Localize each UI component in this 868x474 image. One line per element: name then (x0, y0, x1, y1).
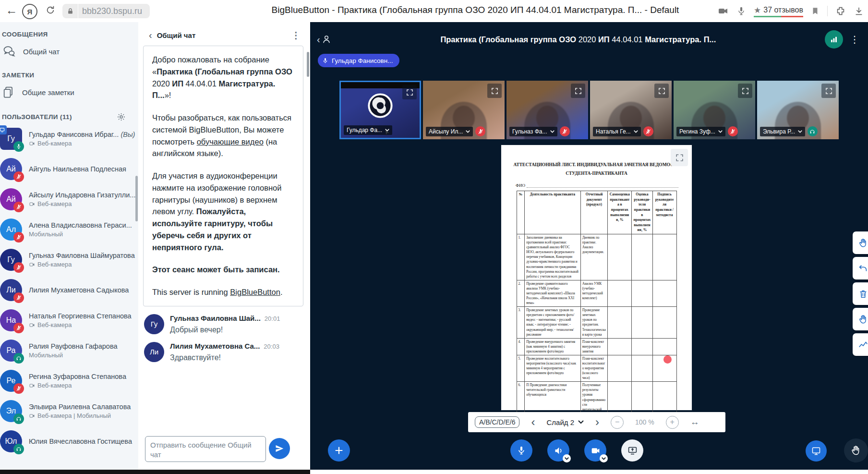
user-list-item[interactable]: Юл Юлия Вячеславовна Гостищева (0, 426, 138, 456)
avatar: Ре (0, 370, 22, 392)
user-list-item[interactable]: Ра Ралия Рауфовна Гафарова Мобильный (0, 335, 138, 365)
listen-only-badge-icon (13, 353, 24, 364)
user-list-item[interactable]: Гу Гульназ Фаиловна Шаймуратова Веб-каме… (0, 244, 138, 275)
raise-hand-button[interactable] (844, 438, 868, 462)
wb-undo-tool-button[interactable] (853, 257, 868, 280)
previous-slide-button[interactable]: ‹ (531, 416, 535, 428)
chat-scrollbar[interactable] (307, 52, 309, 77)
fullscreen-tile-icon[interactable] (738, 84, 752, 98)
mic-permission-icon[interactable] (736, 6, 746, 16)
site-reviews[interactable]: ★ 37 отзывов (754, 5, 803, 17)
audio-options-chevron[interactable] (563, 454, 571, 462)
zoom-in-button[interactable]: + (666, 416, 679, 429)
screenshare-button[interactable] (621, 439, 643, 462)
fullscreen-tile-icon[interactable] (571, 84, 585, 98)
cell-head (632, 280, 652, 306)
webcam-options-chevron[interactable] (600, 454, 608, 462)
wb-palm-tool-button[interactable] (853, 231, 868, 254)
chat-message: Гу Гульназ Фаиловна Шай...20:01 Добрый в… (144, 314, 303, 334)
user-list-item[interactable]: Ал Алена Владиславовна Гераси... Мобильн… (0, 214, 138, 244)
tile-user-name[interactable]: Айсылу Ил... (426, 127, 473, 136)
notes-section-header: ЗАМЕТКИ (2, 72, 126, 79)
chat-input[interactable]: Отправить сообщение Общий чат (145, 436, 266, 462)
meeting-options-icon[interactable]: ⋮ (848, 34, 861, 45)
video-tile[interactable]: Эльвира Р... (757, 81, 839, 139)
audio-button[interactable] (547, 439, 569, 462)
restore-presentation-button[interactable] (806, 440, 827, 462)
fullscreen-presentation-button[interactable] (671, 149, 688, 166)
fullscreen-tile-icon[interactable] (487, 84, 502, 98)
slide-select[interactable]: Слайд 2 (546, 418, 584, 426)
webcam-button[interactable] (584, 439, 606, 462)
refresh-icon[interactable] (45, 5, 56, 15)
next-slide-button[interactable]: › (595, 416, 599, 428)
user-list-item[interactable]: Ре Регина Зуфаровна Степанова Веб-камера (0, 365, 138, 396)
wb-pan-tool-button[interactable] (853, 308, 868, 330)
screenshare-icon (627, 446, 638, 456)
wb-trash-tool-button[interactable] (853, 282, 868, 305)
chevron-down-icon (550, 130, 555, 133)
zoom-out-button[interactable]: − (611, 416, 624, 429)
user-list-item[interactable]: На Наталья Георгиевна Степанова Веб-каме… (0, 305, 138, 335)
lock-icon[interactable] (62, 4, 78, 18)
camera-permission-icon[interactable] (717, 5, 729, 17)
bookmark-icon[interactable] (811, 6, 820, 16)
user-list-item[interactable]: Ли Лилия Мухаметовна Садыкова (0, 275, 138, 305)
cell-doc: Анализ УМК (учебно-методический комплект… (580, 280, 608, 306)
yandex-browser-icon[interactable]: Я (22, 4, 37, 19)
presentation-slide[interactable]: АТТЕСТАЦИОННЫЙ ЛИСТ. ИНДИВИДУАЛЬНАЯ ЗАЧЕ… (501, 145, 692, 410)
mute-button[interactable] (510, 439, 532, 462)
fullscreen-tile-icon[interactable] (654, 84, 669, 98)
manage-users-gear-icon[interactable] (117, 112, 126, 122)
user-device-label: Веб-камера (37, 321, 72, 328)
user-name: Ралия Рауфовна Гафарова (29, 342, 118, 350)
connection-status-button[interactable] (825, 30, 843, 49)
public-chat-panel: ‹ Общий чат ⋮ Добро пожаловать на собран… (138, 22, 310, 470)
fullscreen-tile-icon[interactable] (821, 84, 836, 98)
tile-user-name[interactable]: Гульназ Фа... (509, 127, 557, 136)
actions-plus-button[interactable] (328, 439, 350, 462)
cell-head (632, 338, 652, 355)
webcam-small-icon (29, 201, 36, 207)
downloads-icon[interactable] (854, 6, 864, 16)
fullscreen-tile-icon[interactable] (402, 85, 417, 99)
skip-slide-button[interactable]: A/B/C/D/E/6 (475, 416, 519, 428)
tile-user-name[interactable]: Гульдар Фа... (344, 125, 392, 135)
video-tile[interactable]: Гульназ Фа... (506, 81, 588, 139)
users-scrollbar[interactable] (135, 176, 138, 221)
tile-user-name[interactable]: Эльвира Р... (760, 127, 805, 136)
user-list-item[interactable]: Гу Гульдар Фанисовна Ибраг... (Вы) Веб-к… (0, 123, 138, 154)
browser-back-icon[interactable]: ← (4, 3, 19, 17)
fit-width-button[interactable]: ↔ (690, 417, 699, 427)
message-text: Добрый вечер! (170, 326, 280, 334)
avatar: Эл (0, 400, 22, 422)
chat-collapse-icon[interactable]: ‹ (149, 30, 152, 41)
video-tile[interactable]: Наталья Ге... (590, 81, 672, 139)
sidebar-item-public-chat[interactable]: Общий чат (0, 40, 138, 63)
user-name: Лилия Мухаметовна Садыкова (29, 286, 129, 294)
cell-head (632, 307, 652, 338)
webcam-small-icon (29, 383, 36, 389)
cell-doc: План-конспект внеурочного занятия (580, 338, 608, 355)
address-bar[interactable]: bbb230.bspu.ru (78, 4, 150, 18)
user-list-item[interactable]: Ай Айгуль Наильевна Подлесная (0, 154, 138, 184)
listen-only-badge-icon (808, 126, 818, 136)
sidebar-item-shared-notes[interactable]: Общие заметки (0, 81, 138, 104)
user-name: Алена Владиславовна Гераси... (29, 221, 132, 229)
video-tile[interactable]: Гульдар Фа... (339, 81, 421, 139)
video-tile[interactable]: Айсылу Ил... (423, 81, 505, 139)
toggle-userlist-button[interactable]: ‹ (317, 34, 332, 45)
message-author: Гульназ Фаиловна Шай... (170, 314, 261, 322)
user-list-item[interactable]: Эл Эльвира Раилевна Салаватова Веб-камер… (0, 396, 138, 426)
chat-options-icon[interactable]: ⋮ (289, 31, 303, 40)
tile-user-name[interactable]: Наталья Ге... (593, 127, 641, 136)
cell-head (632, 355, 652, 381)
talking-indicator[interactable]: Гульдар Фанисовн... (318, 54, 399, 67)
wb-zigzag-tool-button[interactable] (853, 333, 868, 356)
user-list-item[interactable]: Ай Айсылу Ильдаровна Гизатулли... Веб-ка… (0, 184, 138, 214)
tile-user-name[interactable]: Регина Зуф... (676, 127, 725, 136)
extensions-icon[interactable] (835, 6, 846, 16)
video-tile[interactable]: Регина Зуф... (674, 81, 755, 139)
send-message-button[interactable] (269, 438, 290, 459)
fio-blank-line (527, 182, 678, 188)
